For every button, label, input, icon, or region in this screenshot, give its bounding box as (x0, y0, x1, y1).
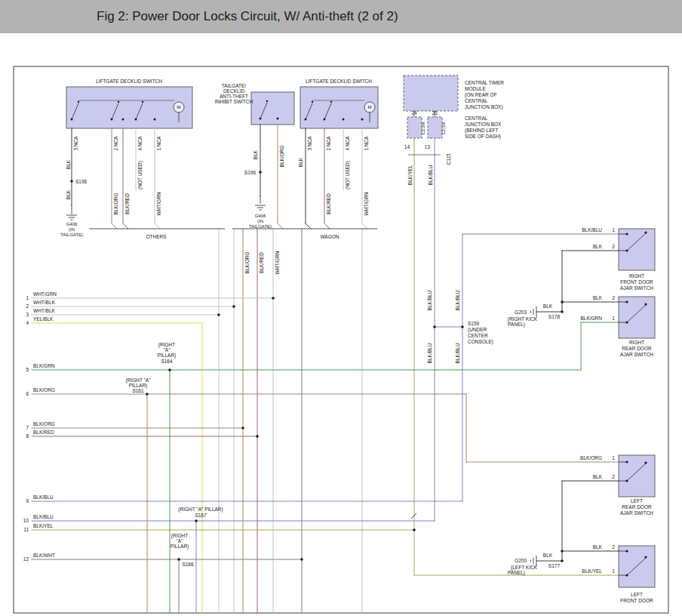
central-junction-box-label-2: JUNCTION BOX (465, 122, 502, 127)
lf-door-pin1-wire-label: BLK/YEL (582, 568, 603, 574)
ground-g406-inhibit-label: G406 (255, 214, 266, 218)
splice-s166-label: S166 (182, 562, 194, 567)
central-timer-module-box (404, 75, 458, 111)
ground-g406-left-icon (66, 215, 77, 220)
wire-blk-red-left-label: BLK/RED (124, 193, 130, 214)
lr-door-pin2-wire-label: BLK (593, 474, 603, 479)
splice-s166-location-3: PILLAR) (170, 544, 189, 550)
bus-blk-org-label: BLK/ORG (244, 252, 250, 274)
ground-g406-left-label-3: TAILGATE) (60, 233, 83, 237)
wire-blk-g203-label: BLK (543, 303, 553, 309)
row-7-number: 7 (26, 425, 29, 430)
rf-door-pin2-number: 2 (612, 244, 615, 249)
central-junction-box-label-3: (BEHIND LEFT (465, 128, 498, 134)
splice-s159-location-1: (UNDER (468, 327, 487, 333)
row-9-wire-label: BLK/BLU (33, 494, 54, 500)
wagon-label: WAGON (320, 234, 339, 239)
row-6-wire-label: BLK/ORG (33, 387, 55, 393)
connector-c2109-label-1: C2109 (421, 122, 425, 134)
ground-g200-location-2: PANEL) (508, 570, 525, 576)
lr-door-caption-1: LEFT (631, 498, 643, 504)
ground-g406-inhibit-label-2: (IN (257, 219, 263, 223)
wire-lines (32, 125, 619, 613)
row-1-wire-label: WHT/GRN (33, 291, 57, 297)
central-timer-module-label-5: JUNCTION BOX) (465, 104, 503, 110)
central-timer-module-label-4: CENTRAL (465, 98, 488, 103)
wire-blk-right-label: BLK (298, 157, 303, 167)
inhibit-switch-box (251, 92, 294, 125)
connector-c115-label: C115 (446, 153, 451, 165)
row-8-number: 8 (26, 433, 29, 439)
inhibit-switch-title-line2: DECKLID (223, 88, 244, 94)
lr-door-pin1-number: 1 (612, 455, 615, 460)
wire-blk-blu-vert-label-1: BLK/BLU (427, 290, 432, 310)
central-timer-module-label-1: CENTRAL TIMER (465, 80, 504, 85)
wire-blk-label-upper: BLK (66, 159, 71, 169)
lf-door-pin2-number: 2 (612, 544, 615, 550)
row-10-wire-label: BLK/BLU (33, 514, 54, 519)
ground-g203-icon (531, 306, 537, 317)
row-4-number: 4 (26, 320, 29, 325)
row-7-wire-label: BLK/ORG (33, 421, 55, 427)
lr-door-pin2-number: 2 (612, 474, 615, 479)
wire-blk-label-lower: BLK (66, 189, 71, 199)
wire-blk-org-left-label: BLK/ORG (113, 193, 118, 215)
wire-blk-blu-cjb-label: BLK/BLU (428, 165, 433, 185)
rf-door-pin1-wire-label: BLK/BLU (582, 227, 602, 233)
splice-s161-label: S161 (132, 388, 144, 393)
lf-door-caption-1: LEFT (631, 592, 643, 597)
row-12-number: 12 (23, 556, 29, 562)
connector-25-label: 25 (432, 110, 438, 116)
wiring-diagram-page: { "header": { "title": "Fig 2: Power Doo… (0, 0, 682, 616)
row-11-number: 11 (23, 527, 29, 532)
pin-2-nca-right-label: 2 NCA (326, 136, 331, 151)
motor-right-label: M (368, 105, 372, 109)
connector-24-box (407, 117, 422, 138)
rf-door-caption-3: AJAR SWITCH (620, 285, 653, 291)
row-8-wire-label: BLK/RED (33, 430, 54, 435)
pin-4-nca-right-label: 4 NCA (345, 136, 350, 151)
wire-blk-org-inhibit-label: BLK/ORG (279, 146, 284, 168)
central-timer-module-label-2: MODULE (465, 86, 486, 91)
wire-not-used-left-label: (NOT USED) (137, 161, 143, 189)
inhibit-switch-title-line1: TAILGATE/ (222, 83, 246, 88)
central-junction-box-label-4: SIDE OF DASH) (465, 134, 501, 140)
ground-g406-left-label: G406 (66, 222, 78, 226)
central-junction-box-label-1: CENTRAL (465, 116, 488, 121)
connector-25-box (428, 117, 442, 138)
wire-not-used-right-label: (NOT USED) (345, 161, 351, 189)
splice-s159-location-2: CENTER (468, 333, 488, 338)
rf-door-caption-2: FRONT DOOR (620, 279, 653, 285)
splice-s164-location-2: "A" (164, 347, 171, 353)
row-9-number: 9 (26, 498, 29, 504)
rr-door-pin2-wire-label: BLK (593, 295, 603, 300)
row-5-number: 5 (26, 367, 29, 372)
lf-door-caption-2: FRONT DOOR (620, 598, 653, 603)
splice-s196-inhibit-label: S196 (244, 170, 257, 175)
ground-g200-label: G200 (515, 558, 527, 563)
wire-blk-blu-vert-label-4: BLK/BLU (455, 343, 460, 363)
row-10-number: 10 (23, 518, 29, 523)
wire-blk-blu-vert-label-2: BLK/BLU (455, 290, 460, 310)
wire-wht-grn-left-label: WHT/GRN (156, 192, 161, 215)
splice-s166-location-2: "A" (177, 538, 184, 544)
ground-g406-inhibit-icon (255, 205, 266, 210)
row-12-wire-label: BLK/WHT (33, 553, 55, 558)
pin-1-nca-label: 1 NCA (156, 136, 161, 151)
lr-door-switch-box (619, 455, 655, 497)
wire-wht-grn-right-label: WHT/GRN (364, 192, 369, 215)
wire-blk-inhibit-label: BLK (253, 149, 258, 159)
connector-c2109-label-2: C2109 (441, 122, 446, 134)
row-6-number: 6 (26, 391, 29, 396)
pin-4-nca-label: 4 NCA (137, 136, 143, 151)
ground-g406-inhibit-label-3: TAILGATE) (249, 224, 272, 229)
rr-door-pin1-number: 1 (612, 316, 615, 321)
others-label: OTHERS (146, 234, 167, 239)
wiring-diagram: LIFTGATE DECKLID SWITCHTAILGATE/DECKLIDA… (0, 0, 682, 616)
lf-door-pin1-number: 1 (612, 568, 615, 574)
bus-wht-grn-label: WHT/GRN (275, 251, 280, 274)
liftgate-right-switch-title: LIFTGATE DECKLID SWITCH (306, 79, 372, 84)
connector-24-label: 24 (411, 110, 417, 116)
pin-1-nca-right-label: 1 NCA (364, 136, 369, 151)
row-1-number: 1 (26, 295, 29, 300)
